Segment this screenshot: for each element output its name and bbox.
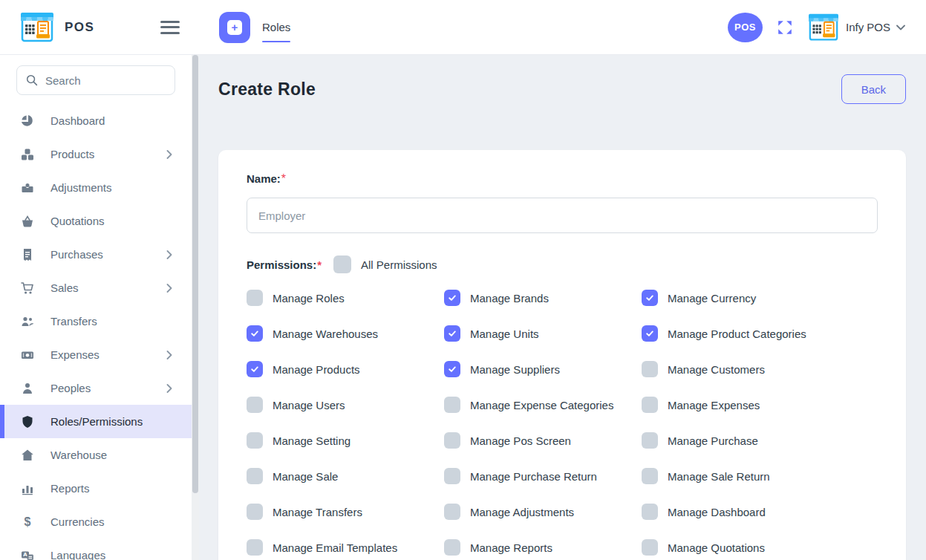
scrollbar-thumb[interactable] xyxy=(192,55,198,493)
chevron-down-icon xyxy=(896,25,905,30)
adjustments-icon xyxy=(21,181,34,195)
sidebar-item-languages[interactable]: A Languages xyxy=(0,538,192,560)
pos-screen-button[interactable]: POS xyxy=(728,13,763,42)
checkbox-icon xyxy=(444,468,460,484)
all-permissions-checkbox[interactable]: All Permissions xyxy=(333,255,437,273)
checkbox-icon xyxy=(247,361,263,377)
hamburger-menu-icon[interactable] xyxy=(160,17,180,37)
sidebar-item-peoples[interactable]: Peoples xyxy=(0,371,192,405)
sidebar-item-purchases[interactable]: Purchases xyxy=(0,238,192,271)
permission-checkbox[interactable]: Manage Adjustments xyxy=(444,504,642,520)
sidebar-item-warehouse[interactable]: Warehouse xyxy=(0,438,192,472)
main-content: Create Role Back Name:* Permissions:* Al… xyxy=(199,55,926,560)
checkbox-icon xyxy=(642,290,658,306)
sidebar-item-roles-permissions[interactable]: Roles/Permissions xyxy=(0,405,192,438)
checkbox-icon xyxy=(247,432,263,449)
checkbox-icon xyxy=(444,361,460,377)
checkbox-icon xyxy=(444,539,460,556)
permission-checkbox[interactable]: Manage Setting xyxy=(247,432,444,449)
permission-checkbox[interactable]: Manage Sale xyxy=(247,468,444,484)
name-label: Name: xyxy=(247,172,281,185)
checkbox-icon xyxy=(444,290,460,306)
checkbox-icon xyxy=(642,432,658,449)
sidebar-item-sales[interactable]: Sales xyxy=(0,271,192,305)
chevron-right-icon xyxy=(166,284,172,293)
sidebar-scrollbar[interactable] xyxy=(192,55,199,560)
required-marker: * xyxy=(281,172,286,185)
checkbox-icon xyxy=(247,290,263,306)
permission-checkbox[interactable]: Manage Brands xyxy=(444,290,642,306)
checkbox-icon xyxy=(247,397,263,413)
permission-checkbox[interactable]: Manage Users xyxy=(247,397,444,413)
permission-checkbox[interactable]: Manage Roles xyxy=(247,290,444,306)
open-tabs: + Roles xyxy=(219,0,290,54)
permission-checkbox[interactable]: Manage Email Templates xyxy=(247,539,444,556)
checkbox-icon xyxy=(642,539,658,556)
permission-checkbox[interactable]: Manage Reports xyxy=(444,539,642,556)
tab-roles-label: Roles xyxy=(262,21,290,33)
fullscreen-icon[interactable] xyxy=(777,19,793,36)
permission-checkbox[interactable]: Manage Sale Return xyxy=(642,468,878,484)
back-button[interactable]: Back xyxy=(841,74,906,104)
permission-checkbox[interactable]: Manage Transfers xyxy=(247,504,444,520)
sidebar-item-adjustments[interactable]: Adjustments xyxy=(0,171,192,204)
permission-checkbox[interactable]: Manage Product Categories xyxy=(642,325,878,342)
new-tab-button[interactable]: + xyxy=(219,12,250,43)
permission-checkbox[interactable]: Manage Units xyxy=(444,325,642,342)
top-header: POS + Roles POS Infy POS xyxy=(0,0,926,55)
permissions-grid: Manage Roles Manage Brands Manage Curren… xyxy=(247,290,878,556)
dashboard-icon xyxy=(21,114,34,128)
receipt-icon xyxy=(21,248,34,261)
sidebar-item-quotations[interactable]: Quotations xyxy=(0,204,192,238)
permission-checkbox[interactable]: Manage Purchase Return xyxy=(444,468,642,484)
brand-name: POS xyxy=(65,20,94,35)
permission-checkbox[interactable]: Manage Quotations xyxy=(642,539,878,556)
sidebar-search xyxy=(16,65,175,95)
checkbox-icon xyxy=(333,255,351,273)
permission-checkbox[interactable]: Manage Dashboard xyxy=(642,504,878,520)
tab-roles[interactable]: Roles xyxy=(262,0,290,54)
permission-checkbox[interactable]: Manage Products xyxy=(247,361,444,377)
permission-checkbox[interactable]: Manage Purchase xyxy=(642,432,878,449)
permission-checkbox[interactable]: Manage Customers xyxy=(642,361,878,377)
search-input[interactable] xyxy=(45,74,166,87)
checkbox-icon xyxy=(444,432,460,449)
svg-text:A: A xyxy=(23,552,27,558)
sidebar-item-reports[interactable]: Reports xyxy=(0,472,192,505)
chevron-right-icon xyxy=(166,351,172,359)
permission-checkbox[interactable]: Manage Pos Screen xyxy=(444,432,642,449)
permissions-label: Permissions:* xyxy=(247,258,333,271)
cart-icon xyxy=(21,281,34,295)
sidebar-item-transfers[interactable]: Transfers xyxy=(0,305,192,338)
plus-icon: + xyxy=(227,20,242,35)
checkbox-icon xyxy=(247,539,263,556)
sidebar-item-expenses[interactable]: Expenses xyxy=(0,338,192,371)
brand: POS xyxy=(0,11,192,44)
permission-checkbox[interactable]: Manage Currency xyxy=(642,290,878,306)
checkbox-icon xyxy=(444,325,460,342)
checkbox-icon xyxy=(247,504,263,520)
search-icon xyxy=(26,74,38,86)
permission-checkbox[interactable]: Manage Expenses xyxy=(642,397,878,413)
sidebar-item-products[interactable]: Products xyxy=(0,137,192,171)
chevron-right-icon xyxy=(166,150,172,159)
profile-menu[interactable]: Infy POS xyxy=(807,13,905,42)
home-icon xyxy=(21,449,34,462)
banknote-icon xyxy=(21,348,34,362)
sidebar: Dashboard Products Adjustments Quotation… xyxy=(0,55,192,560)
role-name-input[interactable] xyxy=(247,198,878,233)
checkbox-icon xyxy=(247,325,263,342)
checkbox-icon xyxy=(642,468,658,484)
permission-checkbox[interactable]: Manage Suppliers xyxy=(444,361,642,377)
checkbox-icon xyxy=(642,361,658,377)
permission-checkbox[interactable]: Manage Expense Categories xyxy=(444,397,642,413)
products-icon xyxy=(21,148,34,161)
sidebar-item-dashboard[interactable]: Dashboard xyxy=(0,104,192,137)
permission-checkbox[interactable]: Manage Warehouses xyxy=(247,325,444,342)
shield-icon xyxy=(21,415,34,429)
people-transfer-icon xyxy=(21,315,34,328)
sidebar-item-currencies[interactable]: $ Currencies xyxy=(0,505,192,538)
person-icon xyxy=(21,382,34,395)
dollar-icon: $ xyxy=(21,515,34,529)
translate-icon: A xyxy=(21,549,34,560)
